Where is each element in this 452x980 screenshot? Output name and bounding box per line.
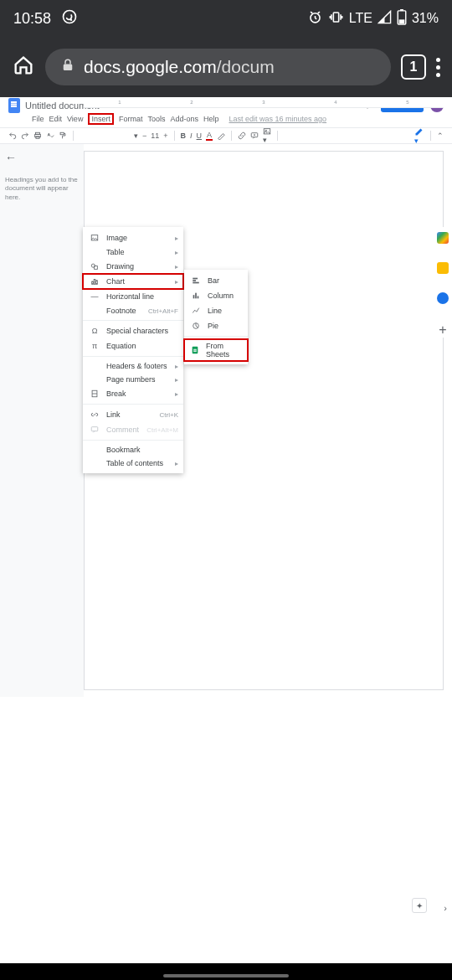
google-docs-logo-icon[interactable] [8, 98, 20, 113]
chrome-omnibox-bar: docs.google.com/docum 1 [0, 37, 452, 97]
signal-icon [378, 10, 392, 28]
svg-rect-2 [333, 12, 338, 21]
chart-bar-item[interactable]: Bar [184, 273, 248, 288]
insert-break-item[interactable]: Break▸ [83, 386, 183, 401]
network-label: LTE [349, 11, 372, 26]
insert-bookmark-item[interactable]: Bookmark [83, 443, 183, 456]
omega-icon: Ω [90, 326, 100, 336]
column-chart-icon [191, 291, 201, 301]
insert-hline-item[interactable]: —Horizontal line [83, 289, 183, 304]
chart-line-item[interactable]: Line [184, 303, 248, 318]
menu-format[interactable]: Format [119, 115, 143, 123]
insert-drawing-item[interactable]: Drawing▸ [83, 259, 183, 274]
insert-chart-item[interactable]: Chart▸ [83, 274, 183, 289]
svg-rect-21 [96, 281, 98, 285]
calendar-icon[interactable] [437, 232, 449, 244]
menu-edit[interactable]: Edit [49, 115, 63, 123]
font-size-minus[interactable]: − [142, 132, 146, 140]
svg-rect-4 [400, 9, 403, 11]
google-docs-frame: Untitled document ☆ Share A File Edit Vi… [0, 97, 452, 963]
chart-column-item[interactable]: Column [184, 288, 248, 303]
status-time: 10:58 [13, 10, 51, 28]
side-panel: + [434, 227, 452, 338]
spellcheck-icon[interactable] [46, 132, 54, 140]
menu-help[interactable]: Help [203, 115, 219, 123]
italic-icon[interactable]: I [190, 132, 193, 140]
insert-image-item[interactable]: Image▸ [83, 230, 183, 245]
insert-pagenum-item[interactable]: Page numbers▸ [83, 373, 183, 386]
docs-menubar: File Edit View Insert Format Tools Add-o… [0, 112, 452, 127]
insert-equation-item[interactable]: πEquation [83, 338, 183, 353]
chart-pie-item[interactable]: Pie [184, 318, 248, 333]
docs-toolbar: ▾ − 11 + B I U A ▾ ▾ ⌃ [0, 127, 452, 144]
horizontal-ruler[interactable]: 1 2 3 4 5 [84, 97, 444, 108]
insert-special-chars-item[interactable]: ΩSpecial characters [83, 323, 183, 338]
insert-footnote-item[interactable]: FootnoteCtrl+Alt+F [83, 304, 183, 317]
comment-icon [90, 425, 100, 435]
underline-icon[interactable]: U [197, 132, 203, 140]
nav-pill[interactable] [163, 974, 289, 977]
image-icon [90, 233, 100, 243]
insert-dropdown: Image▸ Table▸ Drawing▸ Chart▸ —Horizonta… [83, 227, 183, 473]
url-host: docs.google.com [84, 57, 217, 76]
line-chart-icon [191, 306, 201, 316]
sheets-icon [191, 345, 199, 355]
show-side-panel-icon[interactable]: › [444, 903, 447, 913]
svg-rect-19 [92, 281, 94, 284]
alarm-icon [307, 9, 323, 28]
undo-icon[interactable] [8, 132, 17, 140]
redo-icon[interactable] [21, 132, 29, 140]
whatsapp-icon [61, 8, 78, 29]
android-status-bar: 10:58 LTE 31% [0, 0, 452, 37]
home-icon[interactable] [12, 54, 35, 80]
editing-mode-icon[interactable]: ▾ [414, 127, 424, 144]
paint-format-icon[interactable] [59, 132, 67, 140]
tasks-icon[interactable] [437, 292, 449, 304]
last-edit-link[interactable]: Last edit was 16 minutes ago [229, 115, 326, 123]
text-color-icon[interactable]: A [206, 131, 213, 141]
insert-comment-item: CommentCtrl+Alt+M [83, 422, 183, 437]
add-comment-icon[interactable] [250, 132, 259, 140]
break-icon [90, 389, 100, 399]
outline-hint-text: Headings you add to the document will ap… [5, 176, 79, 202]
bar-chart-icon [191, 276, 201, 286]
menu-insert[interactable]: Insert [88, 113, 114, 125]
svg-rect-20 [94, 280, 95, 285]
svg-rect-29 [198, 296, 199, 298]
insert-headers-item[interactable]: Headers & footers▸ [83, 359, 183, 373]
document-outline-pane: ← Headings you add to the document will … [0, 144, 84, 697]
menu-tools[interactable]: Tools [147, 115, 165, 123]
tab-switcher[interactable]: 1 [401, 54, 426, 80]
menu-view[interactable]: View [67, 115, 83, 123]
insert-link-icon[interactable] [238, 132, 246, 140]
pi-icon: π [90, 341, 100, 351]
svg-rect-27 [193, 295, 195, 298]
svg-rect-5 [399, 19, 405, 23]
browser-menu-icon[interactable] [436, 58, 440, 77]
battery-pct: 31% [412, 11, 439, 26]
url-bar[interactable]: docs.google.com/docum [45, 49, 391, 85]
chart-from-sheets-item[interactable]: From Sheets [184, 339, 248, 361]
collapse-toolbar-icon[interactable]: ⌃ [437, 132, 444, 140]
lock-icon [60, 57, 75, 77]
highlight-color-icon[interactable] [217, 132, 225, 140]
outline-back-icon[interactable]: ← [5, 151, 79, 164]
insert-toc-item[interactable]: Table of contents▸ [83, 456, 183, 470]
svg-rect-26 [193, 282, 199, 284]
pie-chart-icon [191, 321, 201, 331]
insert-link-item[interactable]: LinkCtrl+K [83, 407, 183, 422]
font-size-value[interactable]: 11 [151, 132, 159, 140]
bold-icon[interactable]: B [181, 132, 187, 140]
svg-point-0 [64, 10, 76, 23]
menu-file[interactable]: File [32, 115, 44, 123]
chart-submenu: Bar Column Line Pie From Sheets [184, 270, 248, 364]
insert-image-icon[interactable]: ▾ [263, 127, 271, 144]
print-icon[interactable] [33, 132, 42, 140]
add-addon-icon[interactable]: + [439, 322, 446, 338]
keep-icon[interactable] [437, 262, 449, 274]
insert-table-item[interactable]: Table▸ [83, 245, 183, 259]
font-size-plus[interactable]: + [163, 132, 167, 140]
menu-addons[interactable]: Add-ons [170, 115, 198, 123]
styles-dropdown[interactable]: ▾ [134, 132, 138, 140]
explore-button[interactable]: ✦ [412, 898, 427, 913]
